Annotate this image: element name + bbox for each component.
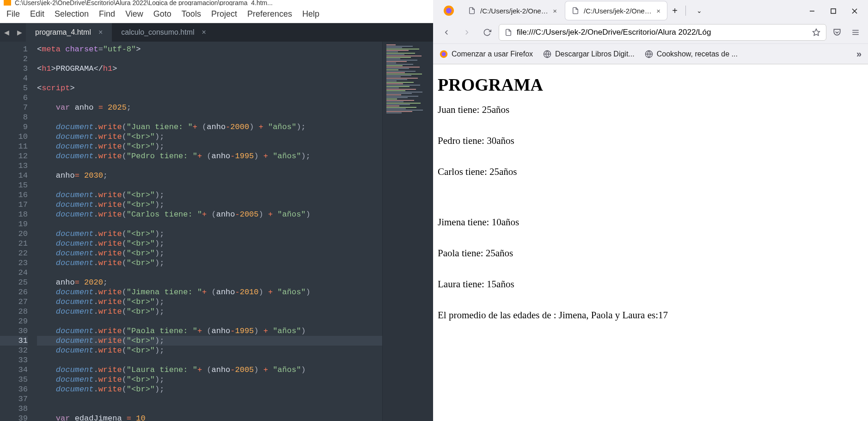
url-input[interactable]: [517, 28, 807, 37]
browser-tab-label: /C:/Users/jek-2/OneDr: [584, 7, 652, 15]
list-tabs-button[interactable]: ⌄: [689, 0, 710, 21]
firefox-browser: /C:/Users/jek-2/OneDr×/C:/Users/jek-2/On…: [433, 0, 868, 421]
browser-chrome: /C:/Users/jek-2/OneDr×/C:/Users/jek-2/On…: [433, 0, 868, 64]
menu-view[interactable]: View: [125, 9, 143, 19]
firefox-logo-icon[interactable]: [440, 2, 457, 19]
blank-line: [438, 259, 863, 269]
editor-menubar: FileEditSelectionFindViewGotoToolsProjec…: [0, 6, 433, 23]
blank-line: [438, 228, 863, 238]
close-icon[interactable]: ×: [656, 7, 660, 15]
svg-rect-3: [831, 9, 836, 13]
bookmarks-overflow-button[interactable]: »: [856, 49, 862, 59]
editor-tab-label: calculo_consumo.html: [121, 28, 194, 37]
blank-line: [438, 125, 863, 135]
menu-tools[interactable]: Tools: [182, 9, 201, 19]
file-icon: [505, 29, 512, 36]
blank-line: [438, 156, 863, 166]
firefox-icon: [440, 50, 448, 58]
svg-marker-6: [813, 29, 820, 36]
window-close-button[interactable]: [844, 0, 865, 21]
nav-reload-button[interactable]: [478, 24, 496, 41]
page-heading: PROGRAMA: [438, 74, 863, 95]
tab-back-icon[interactable]: ◀: [4, 29, 9, 36]
menu-selection[interactable]: Selection: [55, 9, 89, 19]
browser-tab[interactable]: /C:/Users/jek-2/OneDr×: [462, 1, 563, 20]
nav-forward-button[interactable]: [458, 24, 476, 41]
svg-point-11: [442, 52, 446, 56]
globe-icon: [543, 50, 551, 58]
bookmarks-toolbar: Comenzar a usar FirefoxDescargar Libros …: [433, 43, 868, 64]
blank-line: [438, 300, 863, 310]
menu-help[interactable]: Help: [302, 9, 319, 19]
browser-tab[interactable]: /C:/Users/jek-2/OneDr×: [565, 1, 667, 20]
page-text-line: Carlos tiene: 25años: [438, 166, 863, 178]
bookmark-label: Descargar Libros Digit...: [555, 50, 635, 58]
browser-tab-label: /C:/Users/jek-2/OneDr: [480, 7, 548, 15]
editor-titlebar[interactable]: C:\Users\jek-2\OneDrive\Escritorio\Alura…: [0, 0, 433, 6]
pocket-button[interactable]: [829, 25, 845, 40]
file-icon: [572, 7, 579, 14]
menu-project[interactable]: Project: [211, 9, 237, 19]
new-tab-button[interactable]: +: [667, 6, 683, 16]
editor-tab-label: programa_4.html: [35, 28, 91, 37]
blank-line: [438, 238, 863, 248]
page-text-line: Paola tiene: 25años: [438, 248, 863, 259]
page-text-line: Laura tiene: 15años: [438, 279, 863, 290]
sublime-editor: C:\Users\jek-2\OneDrive\Escritorio\Alura…: [0, 0, 433, 421]
menu-find[interactable]: Find: [99, 9, 115, 19]
tab-forward-icon[interactable]: ▶: [17, 29, 22, 36]
bookmark-item[interactable]: Descargar Libros Digit...: [543, 50, 635, 58]
url-bar[interactable]: [499, 24, 826, 41]
menu-file[interactable]: File: [6, 9, 20, 19]
page-text-line: Juan tiene: 25años: [438, 104, 863, 116]
close-icon[interactable]: ×: [202, 28, 206, 37]
tab-history-nav: ◀ ▶: [0, 23, 26, 42]
file-icon: [468, 7, 476, 14]
window-minimize-button[interactable]: [801, 0, 823, 21]
browser-tabstrip: /C:/Users/jek-2/OneDr×/C:/Users/jek-2/On…: [433, 0, 868, 21]
address-bar-row: [433, 21, 868, 43]
window-maximize-button[interactable]: [823, 0, 844, 21]
blank-line: [438, 116, 863, 125]
app-menu-button[interactable]: [848, 25, 863, 40]
menu-edit[interactable]: Edit: [30, 9, 44, 19]
close-icon[interactable]: ×: [98, 28, 103, 37]
menu-goto[interactable]: Goto: [153, 9, 171, 19]
blank-line: [438, 147, 863, 156]
editor-tab[interactable]: calculo_consumo.html×: [112, 23, 215, 42]
minimap[interactable]: [382, 42, 433, 421]
globe-icon: [645, 50, 653, 58]
page-text-line: Jimena tiene: 10años: [438, 217, 863, 228]
rendered-page: PROGRAMAJuan tiene: 25añosPedro tiene: 3…: [433, 64, 868, 421]
svg-point-1: [446, 8, 452, 13]
blank-line: [438, 178, 863, 187]
blank-line: [438, 197, 863, 207]
editor-tab[interactable]: programa_4.html×: [26, 23, 112, 42]
bookmark-item[interactable]: Cookshow, recetas de ...: [645, 50, 738, 58]
blank-line: [438, 290, 863, 300]
nav-back-button[interactable]: [438, 24, 455, 41]
close-icon[interactable]: ×: [553, 7, 557, 15]
editor-tabbar: ◀ ▶ programa_4.html×calculo_consumo.html…: [0, 23, 433, 42]
blank-line: [438, 269, 863, 279]
code-lines[interactable]: <meta charset="utf-8"><h1>PROGRAMA</h1><…: [34, 42, 382, 421]
line-gutter: 1234567891011121314151617181920212223242…: [0, 42, 34, 421]
bookmark-star-icon[interactable]: [812, 28, 820, 37]
bookmark-label: Cookshow, recetas de ...: [657, 50, 738, 58]
tab-divider: [685, 6, 686, 16]
menu-preferences[interactable]: Preferences: [247, 9, 292, 19]
bookmark-label: Comenzar a usar Firefox: [452, 50, 533, 58]
blank-line: [438, 207, 863, 217]
bookmark-item[interactable]: Comenzar a usar Firefox: [440, 50, 533, 58]
page-text-line: Pedro tiene: 30años: [438, 135, 863, 147]
blank-line: [438, 187, 863, 197]
page-text-line: El promedio de las edades de : Jimena, P…: [438, 310, 863, 321]
code-area[interactable]: 1234567891011121314151617181920212223242…: [0, 42, 433, 421]
